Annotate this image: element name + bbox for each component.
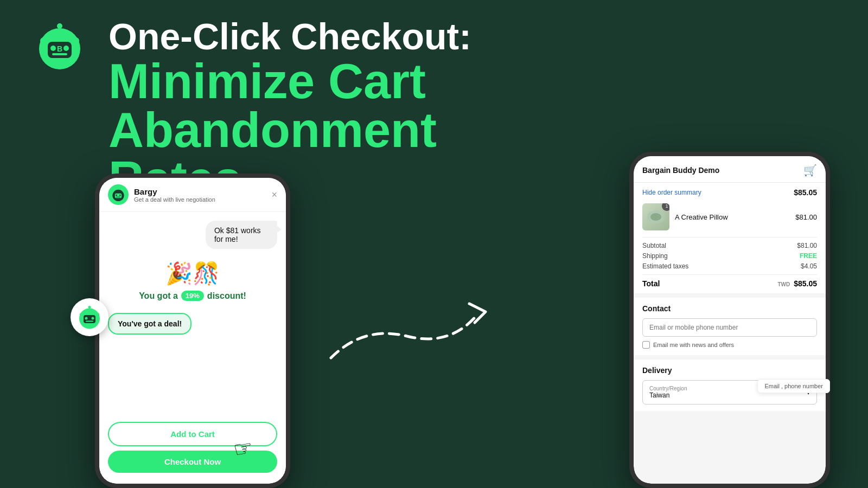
subtotal-row: Subtotal $81.00 bbox=[642, 242, 817, 249]
newsletter-checkbox-row: Email me with news and offers bbox=[642, 341, 817, 349]
discount-celebration: 🎉🎊 You got a 19% discount! bbox=[108, 255, 277, 306]
headline-line2: Minimize Cart bbox=[108, 57, 515, 106]
svg-rect-23 bbox=[116, 197, 120, 197]
svg-rect-4 bbox=[52, 53, 67, 55]
checkout-store-name: Bargain Buddy Demo bbox=[642, 166, 719, 175]
newsletter-label: Email me with news and offers bbox=[653, 342, 734, 348]
svg-point-3 bbox=[63, 46, 69, 51]
product-image: 1 bbox=[642, 203, 669, 230]
product-price: $81.00 bbox=[795, 213, 817, 221]
svg-point-6 bbox=[57, 23, 62, 29]
phone-screen-right: Bargain Buddy Demo 🛒 Hide order summary … bbox=[634, 156, 826, 484]
bot-avatar-floating bbox=[71, 298, 108, 336]
chat-deal-message: You've got a deal! bbox=[108, 313, 192, 335]
order-summary-header: Hide order summary $85.05 bbox=[642, 188, 817, 197]
svg-point-2 bbox=[50, 46, 56, 51]
svg-point-8 bbox=[73, 37, 79, 44]
order-summary: Hide order summary $85.05 1 A Creative P… bbox=[634, 183, 826, 293]
discount-badge: 19% bbox=[181, 291, 204, 301]
discount-text: You got a 19% discount! bbox=[139, 291, 246, 301]
logo-container: B bbox=[33, 19, 87, 73]
hide-summary-toggle[interactable]: Hide order summary bbox=[642, 189, 701, 196]
order-total-top: $85.05 bbox=[794, 188, 817, 197]
contact-email-input[interactable] bbox=[642, 318, 817, 337]
svg-point-12 bbox=[85, 317, 88, 320]
chat-header-text: Bargy Get a deal with live negotiation bbox=[134, 187, 266, 203]
svg-point-25 bbox=[650, 213, 661, 221]
chat-header: Bargy Get a deal with live negotiation × bbox=[99, 178, 286, 212]
svg-point-17 bbox=[80, 313, 83, 316]
info-tag: Email , phone number bbox=[757, 379, 830, 393]
checkout-header: Bargain Buddy Demo 🛒 bbox=[634, 156, 826, 183]
product-row: 1 A Creative Pillow $81.00 bbox=[642, 203, 817, 230]
svg-point-7 bbox=[40, 37, 47, 44]
cart-icon: 🛒 bbox=[803, 164, 817, 177]
taxes-row: Estimated taxes $4.05 bbox=[642, 262, 817, 270]
chat-body: Ok $81 works for me! 🎉🎊 You got a 19% di… bbox=[99, 212, 286, 423]
chat-avatar bbox=[108, 184, 129, 205]
arrow-decoration bbox=[320, 271, 505, 380]
svg-point-16 bbox=[88, 306, 91, 309]
svg-point-13 bbox=[92, 317, 94, 320]
contact-section-title: Contact bbox=[642, 304, 817, 313]
info-tag-text: Email , phone number bbox=[764, 383, 823, 389]
summary-divider bbox=[642, 237, 817, 237]
total-currency: TWD bbox=[778, 281, 790, 287]
svg-point-18 bbox=[96, 313, 99, 316]
newsletter-checkbox[interactable] bbox=[642, 341, 650, 349]
svg-point-22 bbox=[119, 195, 121, 196]
cursor-pointer: ☞ bbox=[231, 434, 254, 463]
total-divider bbox=[642, 274, 817, 275]
headline-line1: One-Click Checkout: bbox=[108, 16, 515, 57]
celebration-emoji: 🎉🎊 bbox=[165, 261, 220, 286]
country-select-content: Country/Region Taiwan bbox=[649, 386, 687, 399]
chat-message-price: Ok $81 works for me! bbox=[206, 221, 277, 249]
chat-bot-subtitle: Get a deal with live negotiation bbox=[134, 196, 266, 203]
delivery-section-title: Delivery bbox=[642, 366, 817, 375]
contact-section: Contact Email me with news and offers bbox=[634, 298, 826, 355]
phone-screen-left: Bargy Get a deal with live negotiation ×… bbox=[99, 178, 286, 484]
product-name: A Creative Pillow bbox=[675, 213, 790, 221]
phone-right-mockup: Bargain Buddy Demo 🛒 Hide order summary … bbox=[629, 152, 830, 488]
chat-actions: Add to Cart Checkout Now bbox=[99, 415, 286, 484]
country-label: Country/Region bbox=[649, 386, 687, 391]
total-value: $85.05 bbox=[794, 279, 817, 288]
svg-rect-14 bbox=[86, 321, 93, 322]
chat-bot-name: Bargy bbox=[134, 187, 266, 196]
svg-text:B: B bbox=[57, 44, 62, 53]
shipping-row: Shipping FREE bbox=[642, 252, 817, 260]
country-value: Taiwan bbox=[649, 391, 687, 399]
bargy-logo: B bbox=[33, 19, 87, 73]
total-row: Total TWD $85.05 bbox=[642, 279, 817, 288]
phone-left-mockup: Bargy Get a deal with live negotiation ×… bbox=[95, 174, 290, 488]
chat-close-button[interactable]: × bbox=[271, 189, 277, 201]
svg-point-21 bbox=[116, 195, 117, 196]
